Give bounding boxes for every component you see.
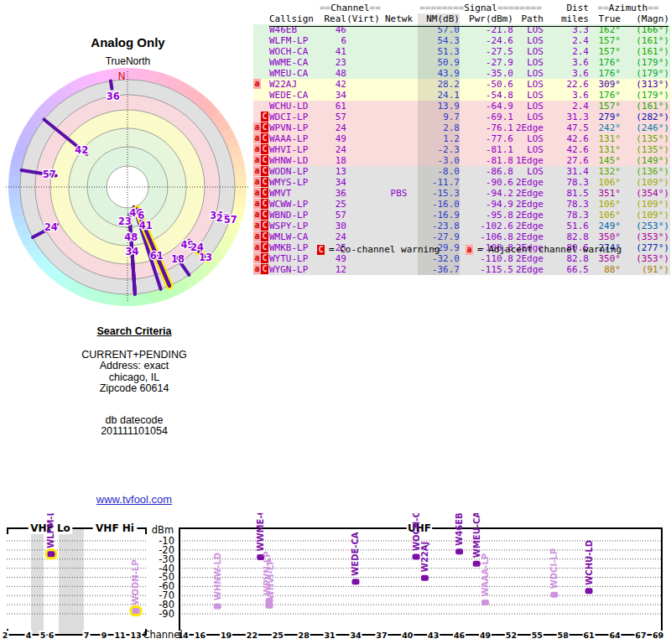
co-channel-warning-badge: C — [261, 199, 268, 209]
cell-true-azimuth: 106° — [589, 210, 621, 221]
cell-magnetic-azimuth: (149°) — [621, 155, 669, 166]
channel-tick-label: 22 — [247, 631, 257, 640]
channel-tick-label: 7 — [84, 631, 90, 640]
cell-power-dbm: -81.8 — [460, 155, 513, 166]
channel-tick-label: 13 — [130, 631, 141, 640]
cell-path: 2Edge — [513, 221, 544, 231]
cell-real-channel: 12 — [320, 264, 346, 275]
bar-callsign-label: WAAA-LP — [481, 553, 490, 597]
table-group-header: ==Channel== — [320, 3, 380, 13]
table-row: aCWHNW-LD18-3.0-81.81Edge27.6145°(149°) — [253, 155, 670, 166]
table-row: aCWMVT36PBS-15.3-94.22Edge81.5351°(354°) — [253, 188, 670, 199]
cell-real-channel: 6 — [320, 35, 346, 46]
channel-tick-label: 46 — [454, 631, 466, 640]
cell-power-dbm: -102.6 — [460, 221, 513, 231]
channel-tick-label: 34 — [350, 631, 362, 640]
cell-true-azimuth: 145° — [589, 155, 621, 166]
adjacent-channel-warning-badge: a — [253, 264, 261, 274]
adjacent-channel-warning-badge: a — [253, 177, 261, 187]
site-link-wrap: www.tvfool.com — [46, 493, 222, 506]
cell-nm-db: -27.9 — [418, 231, 460, 242]
bar-callsign-label: WODN-LP — [132, 559, 141, 605]
cell-virtual-channel — [346, 79, 380, 90]
cell-true-azimuth: 279° — [589, 112, 621, 122]
cell-network — [380, 177, 418, 188]
cell-miles: 3.6 — [544, 68, 589, 79]
cell-callsign: WODN-LP — [269, 166, 320, 177]
cell-nm-db: 1.2 — [418, 133, 460, 144]
adjacent-channel-warning-badge: a — [253, 188, 261, 198]
cell-callsign: WDCI-LP — [269, 112, 320, 122]
cell-callsign: WOCH-CA — [269, 46, 320, 57]
cell-nm-db: -23.8 — [418, 221, 460, 231]
cell-true-azimuth: 132° — [589, 166, 621, 177]
channel-tick-label: 37 — [376, 631, 387, 640]
cell-power-dbm: -95.8 — [460, 210, 513, 221]
cell-nm-db: -2.3 — [418, 144, 460, 155]
cell-callsign: WYGN-LP — [269, 264, 320, 275]
chart-bar — [266, 603, 273, 609]
column-header: Netwk — [380, 13, 418, 24]
cell-power-dbm: -94.2 — [460, 188, 513, 199]
cell-true-azimuth: 176° — [589, 57, 621, 68]
azimuth-hue-ring-segment — [8, 176, 21, 187]
cell-network — [380, 112, 418, 122]
cell-power-dbm: -115.5 — [460, 264, 513, 275]
adjacent-channel-warning-badge: a — [253, 221, 261, 231]
cell-magnetic-azimuth: (161°) — [621, 46, 669, 57]
cell-real-channel: 23 — [320, 57, 346, 68]
chart-bar — [455, 548, 463, 554]
cell-virtual-channel — [346, 210, 380, 221]
adjacent-channel-warning-badge: a — [253, 210, 261, 220]
cell-network — [380, 133, 418, 144]
cell-real-channel: 57 — [320, 210, 346, 221]
cell-callsign: WMLW-CA — [269, 231, 320, 242]
cell-real-channel: 34 — [320, 90, 346, 101]
co-channel-warning-badge: C — [261, 144, 268, 154]
cell-real-channel: 48 — [320, 68, 346, 79]
table-row: aCWMLW-CA24-27.9-106.82Edge82.8350°(353°… — [253, 231, 670, 242]
cell-nm-db: 24.1 — [418, 90, 460, 101]
table-header-groups: ==Channel==========Signal========Dist==A… — [253, 3, 670, 13]
db-datecode-label: db datecode — [46, 415, 222, 427]
cell-network — [380, 57, 418, 68]
cell-real-channel: 24 — [320, 144, 346, 155]
cell-path: LOS — [513, 101, 544, 112]
co-channel-warning-badge: C — [261, 177, 268, 187]
tvfool-report-page: Analog Only TrueNorth 466412348423461572… — [0, 0, 671, 644]
cell-callsign: WMVT — [269, 188, 320, 199]
search-city: chicago, IL — [46, 372, 222, 384]
cell-true-azimuth: 176° — [589, 90, 621, 101]
table-row: CWDCI-LP579.7-69.1LOS31.3279°(282°) — [253, 112, 670, 122]
azimuth-hue-ring-segment — [234, 187, 247, 198]
cell-real-channel: 30 — [320, 221, 346, 231]
bar-callsign-label: WLFM-LP — [47, 513, 56, 548]
cell-magnetic-azimuth: (179°) — [621, 90, 669, 101]
cell-virtual-channel — [346, 90, 380, 101]
channel-tick-label: 5 — [40, 631, 46, 640]
cell-network — [380, 199, 418, 210]
column-header: Path — [513, 13, 544, 24]
table-row: aCWHVI-LP24-2.3-81.1LOS42.6131°(135°) — [253, 144, 670, 155]
vhf-hi-label: VHF Hi — [96, 522, 134, 534]
channel-tick-label: 58 — [558, 631, 570, 640]
cell-nm-db: 13.9 — [418, 101, 460, 112]
co-channel-warning-badge: C — [261, 122, 268, 132]
cell-path: LOS — [513, 90, 544, 101]
tvfool-link[interactable]: www.tvfool.com — [96, 493, 172, 506]
cell-nm-db: 9.7 — [418, 112, 460, 122]
cell-power-dbm: -76.1 — [460, 122, 513, 133]
cell-power-dbm: -27.9 — [460, 57, 513, 68]
table-row: aCWSPY-LP30-23.8-102.62Edge51.6249°(253°… — [253, 221, 670, 231]
chart-bar — [133, 608, 140, 614]
cell-path: LOS — [513, 57, 544, 68]
cell-virtual-channel — [346, 264, 380, 275]
column-header: True — [589, 13, 621, 24]
co-channel-warning-badge: C — [261, 231, 268, 242]
table-row: WWME-CA2350.9-27.9LOS3.6176°(179°) — [253, 57, 670, 68]
cell-nm-db: -15.3 — [418, 188, 460, 199]
cell-miles: 3.6 — [544, 90, 589, 101]
chart-bar — [214, 604, 221, 610]
cell-miles: 2.4 — [544, 35, 589, 46]
cell-magnetic-azimuth: (354°) — [621, 188, 669, 199]
